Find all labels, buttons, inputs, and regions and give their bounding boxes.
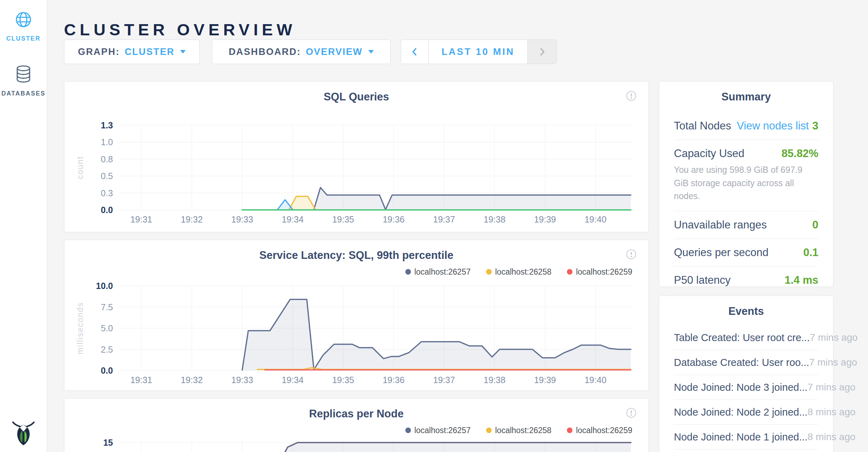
svg-text:19:34: 19:34 bbox=[282, 375, 304, 385]
dashboard-dropdown[interactable]: DASHBOARD: OVERVIEW bbox=[212, 40, 391, 64]
svg-text:19:33: 19:33 bbox=[231, 375, 253, 385]
info-icon[interactable] bbox=[625, 248, 637, 262]
event-text: Node Joined: Node 3 joined... bbox=[674, 382, 807, 393]
svg-text:19:37: 19:37 bbox=[433, 375, 455, 385]
info-icon[interactable] bbox=[625, 407, 637, 420]
dashboard-dropdown-value: OVERVIEW bbox=[306, 47, 363, 57]
service-latency-chart[interactable]: 19:3119:3219:3319:3419:3519:3619:3719:38… bbox=[70, 277, 643, 393]
legend-item[interactable]: localhost:26259 bbox=[567, 267, 632, 277]
event-text: Node Joined: Node 2 joined... bbox=[674, 407, 807, 418]
globe-icon bbox=[14, 10, 33, 30]
event-row[interactable]: Node Joined: Node 1 joined...8 mins ago bbox=[674, 425, 818, 450]
svg-text:19:40: 19:40 bbox=[584, 214, 606, 224]
replicas-per-node-chart[interactable]: 19:3119:3219:3319:3419:3519:3619:3719:38… bbox=[70, 436, 643, 452]
legend-dot-icon bbox=[567, 269, 572, 275]
time-range-next-button[interactable] bbox=[528, 40, 556, 64]
legend-dot-icon bbox=[486, 428, 492, 433]
svg-text:15: 15 bbox=[103, 438, 113, 447]
summary-row-p50: P50 latency 1.4 ms bbox=[674, 267, 818, 294]
svg-text:count: count bbox=[76, 156, 85, 179]
legend-item[interactable]: localhost:26259 bbox=[567, 426, 632, 435]
replicas-per-node-card: Replicas per Node localhost:26257localho… bbox=[64, 398, 649, 452]
chevron-down-icon bbox=[368, 50, 374, 54]
capacity-label: Capacity Used bbox=[674, 147, 745, 160]
info-icon[interactable] bbox=[625, 90, 637, 103]
databases-icon bbox=[15, 65, 32, 85]
view-nodes-link[interactable]: View nodes list bbox=[737, 120, 809, 132]
capacity-note: You are using 598.9 GiB of 697.9 GiB sto… bbox=[674, 163, 814, 203]
svg-text:19:36: 19:36 bbox=[383, 214, 405, 224]
legend-dot-icon bbox=[405, 269, 411, 275]
svg-text:0.3: 0.3 bbox=[101, 188, 113, 198]
cockroachdb-logo bbox=[0, 420, 47, 446]
sidebar: CLUSTER DATABASES bbox=[0, 0, 47, 452]
sidebar-item-cluster[interactable]: CLUSTER bbox=[0, 0, 47, 42]
summary-row-qps: Queries per second 0.1 bbox=[674, 239, 818, 267]
chart-legend: localhost:26257localhost:26258localhost:… bbox=[64, 420, 648, 436]
time-range-selector: LAST 10 MIN bbox=[401, 40, 557, 64]
legend-item[interactable]: localhost:26257 bbox=[405, 267, 471, 277]
summary-title: Summary bbox=[674, 82, 818, 103]
event-time: 8 mins ago bbox=[807, 407, 855, 418]
svg-text:19:39: 19:39 bbox=[534, 375, 556, 385]
svg-text:0.0: 0.0 bbox=[101, 205, 113, 215]
legend-label: localhost:26257 bbox=[414, 426, 471, 435]
p50-latency-label: P50 latency bbox=[674, 274, 731, 287]
summary-row-capacity: Capacity Used 85.82% You are using 598.9… bbox=[674, 140, 818, 211]
legend-dot-icon bbox=[405, 428, 411, 433]
svg-text:19:36: 19:36 bbox=[383, 375, 405, 385]
svg-text:19:31: 19:31 bbox=[130, 214, 152, 224]
legend-item[interactable]: localhost:26258 bbox=[486, 267, 552, 277]
event-row[interactable]: Table Created: User root cre...7 mins ag… bbox=[674, 325, 818, 350]
sidebar-item-label: CLUSTER bbox=[6, 35, 41, 42]
graph-dropdown-label: GRAPH: bbox=[78, 47, 120, 57]
legend-dot-icon bbox=[486, 269, 492, 275]
event-row[interactable]: Database Created: User roo...7 mins ago bbox=[674, 350, 818, 375]
svg-text:19:38: 19:38 bbox=[484, 214, 506, 224]
svg-text:19:33: 19:33 bbox=[231, 214, 253, 224]
page-title: CLUSTER OVERVIEW bbox=[64, 20, 296, 39]
svg-text:1.3: 1.3 bbox=[101, 120, 113, 130]
events-list: Table Created: User root cre...7 mins ag… bbox=[674, 325, 818, 450]
chevron-down-icon bbox=[180, 50, 186, 54]
svg-text:19:37: 19:37 bbox=[433, 214, 455, 224]
chevron-right-icon bbox=[536, 46, 548, 58]
sql-queries-chart[interactable]: 19:3119:3219:3319:3419:3519:3619:3719:38… bbox=[70, 113, 643, 230]
legend-label: localhost:26259 bbox=[576, 267, 632, 277]
time-range-prev-button[interactable] bbox=[401, 40, 428, 64]
svg-text:19:32: 19:32 bbox=[181, 214, 203, 224]
svg-text:0.0: 0.0 bbox=[101, 366, 113, 375]
svg-text:19:35: 19:35 bbox=[332, 375, 354, 385]
svg-text:19:39: 19:39 bbox=[534, 214, 556, 224]
summary-panel: Summary Total NodesView nodes list 3 Cap… bbox=[659, 81, 833, 287]
sidebar-item-databases[interactable]: DATABASES bbox=[0, 42, 47, 97]
svg-text:19:35: 19:35 bbox=[332, 214, 354, 224]
legend-item[interactable]: localhost:26258 bbox=[486, 426, 552, 435]
graph-dropdown[interactable]: GRAPH: CLUSTER bbox=[64, 40, 200, 64]
sidebar-item-label: DATABASES bbox=[1, 90, 45, 97]
event-time: 7 mins ago bbox=[807, 382, 855, 393]
legend-item[interactable]: localhost:26257 bbox=[405, 426, 471, 435]
event-row[interactable]: Node Joined: Node 2 joined...8 mins ago bbox=[674, 400, 818, 425]
summary-row-total-nodes: Total NodesView nodes list 3 bbox=[674, 112, 818, 140]
svg-text:19:32: 19:32 bbox=[181, 375, 203, 385]
svg-text:10.0: 10.0 bbox=[96, 281, 113, 291]
legend-label: localhost:26257 bbox=[414, 267, 471, 277]
event-text: Database Created: User roo... bbox=[674, 357, 809, 368]
events-panel: Events Table Created: User root cre...7 … bbox=[659, 296, 833, 452]
event-text: Table Created: User root cre... bbox=[674, 332, 810, 344]
event-row[interactable]: Node Joined: Node 3 joined...7 mins ago bbox=[674, 375, 818, 400]
unavailable-ranges-label: Unavailable ranges bbox=[674, 219, 767, 231]
dashboard-dropdown-label: DASHBOARD: bbox=[229, 47, 301, 57]
svg-text:19:40: 19:40 bbox=[584, 375, 606, 385]
svg-text:1.0: 1.0 bbox=[101, 137, 113, 147]
total-nodes-label: Total NodesView nodes list bbox=[674, 120, 809, 132]
svg-text:0.5: 0.5 bbox=[101, 171, 113, 181]
time-range-value[interactable]: LAST 10 MIN bbox=[428, 40, 528, 64]
events-title: Events bbox=[674, 296, 818, 318]
p50-latency-value: 1.4 ms bbox=[784, 274, 818, 287]
legend-label: localhost:26258 bbox=[495, 426, 552, 435]
event-time: 7 mins ago bbox=[809, 357, 857, 368]
svg-text:5.0: 5.0 bbox=[101, 323, 113, 333]
capacity-value: 85.82% bbox=[782, 147, 818, 160]
